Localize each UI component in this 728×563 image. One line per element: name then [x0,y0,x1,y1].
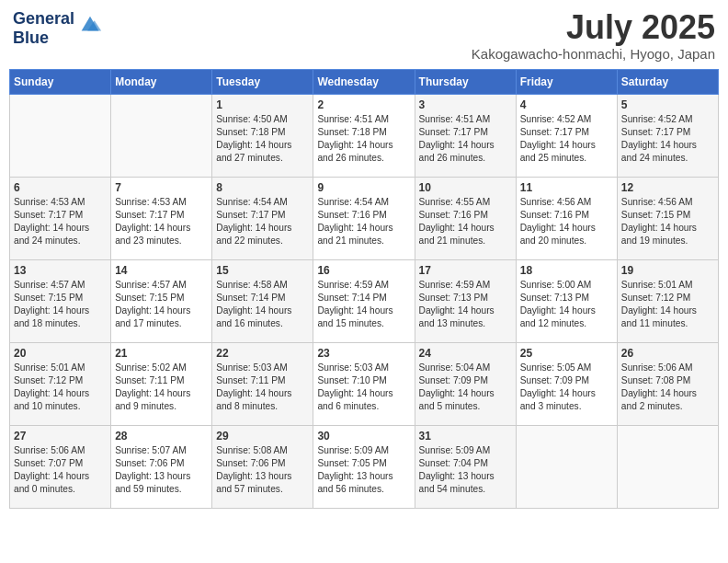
calendar-cell: 25Sunrise: 5:05 AM Sunset: 7:09 PM Dayli… [516,342,617,425]
calendar-cell [111,94,212,177]
calendar-body: 1Sunrise: 4:50 AM Sunset: 7:18 PM Daylig… [10,94,719,508]
day-number: 1 [216,98,309,111]
month-title: July 2025 [472,9,715,46]
weekday-header-friday: Friday [516,69,617,94]
calendar-week-3: 13Sunrise: 4:57 AM Sunset: 7:15 PM Dayli… [10,259,719,342]
calendar-cell: 21Sunrise: 5:02 AM Sunset: 7:11 PM Dayli… [111,342,212,425]
calendar-cell: 31Sunrise: 5:09 AM Sunset: 7:04 PM Dayli… [415,425,516,508]
day-content: Sunrise: 5:07 AM Sunset: 7:06 PM Dayligh… [115,444,208,497]
day-number: 16 [317,264,410,277]
weekday-header-wednesday: Wednesday [313,69,415,94]
title-block: July 2025 Kakogawacho-honmachi, Hyogo, J… [472,9,715,62]
day-number: 30 [317,430,410,442]
day-number: 10 [419,181,512,194]
day-number: 14 [115,264,208,277]
day-content: Sunrise: 4:59 AM Sunset: 7:14 PM Dayligh… [317,279,410,331]
day-content: Sunrise: 4:53 AM Sunset: 7:17 PM Dayligh… [14,196,107,248]
day-number: 9 [317,181,410,194]
calendar-week-1: 1Sunrise: 4:50 AM Sunset: 7:18 PM Daylig… [10,94,719,177]
weekday-header-saturday: Saturday [617,69,718,94]
weekday-header-tuesday: Tuesday [212,69,313,94]
calendar-cell: 13Sunrise: 4:57 AM Sunset: 7:15 PM Dayli… [10,259,111,342]
calendar-week-5: 27Sunrise: 5:06 AM Sunset: 7:07 PM Dayli… [10,425,719,508]
day-content: Sunrise: 4:50 AM Sunset: 7:18 PM Dayligh… [216,113,309,166]
day-content: Sunrise: 4:51 AM Sunset: 7:18 PM Dayligh… [317,113,410,166]
day-number: 26 [621,347,714,360]
calendar-cell [617,425,718,508]
day-content: Sunrise: 5:06 AM Sunset: 7:08 PM Dayligh… [621,362,714,414]
calendar-cell: 16Sunrise: 4:59 AM Sunset: 7:14 PM Dayli… [313,259,415,342]
day-content: Sunrise: 5:04 AM Sunset: 7:09 PM Dayligh… [419,362,512,414]
page-header: General Blue July 2025 Kakogawacho-honma… [9,9,719,62]
day-number: 15 [216,264,309,277]
day-content: Sunrise: 4:52 AM Sunset: 7:17 PM Dayligh… [621,113,714,166]
day-content: Sunrise: 5:03 AM Sunset: 7:11 PM Dayligh… [216,362,309,414]
calendar-table: SundayMondayTuesdayWednesdayThursdayFrid… [9,69,719,509]
calendar-header-row: SundayMondayTuesdayWednesdayThursdayFrid… [10,69,719,94]
day-content: Sunrise: 4:53 AM Sunset: 7:17 PM Dayligh… [115,196,208,248]
day-content: Sunrise: 5:08 AM Sunset: 7:06 PM Dayligh… [216,444,309,497]
day-number: 22 [216,347,309,360]
weekday-header-monday: Monday [111,69,212,94]
calendar-cell: 5Sunrise: 4:52 AM Sunset: 7:17 PM Daylig… [617,94,718,177]
calendar-cell: 23Sunrise: 5:03 AM Sunset: 7:10 PM Dayli… [313,342,415,425]
day-number: 8 [216,181,309,194]
calendar-cell: 12Sunrise: 4:56 AM Sunset: 7:15 PM Dayli… [617,177,718,259]
day-number: 5 [621,98,714,111]
calendar-cell: 15Sunrise: 4:58 AM Sunset: 7:14 PM Dayli… [212,259,313,342]
calendar-cell: 10Sunrise: 4:55 AM Sunset: 7:16 PM Dayli… [415,177,516,259]
calendar-week-2: 6Sunrise: 4:53 AM Sunset: 7:17 PM Daylig… [10,177,719,259]
calendar-cell: 7Sunrise: 4:53 AM Sunset: 7:17 PM Daylig… [111,177,212,259]
day-number: 25 [520,347,613,360]
day-number: 6 [14,181,107,194]
day-content: Sunrise: 4:51 AM Sunset: 7:17 PM Dayligh… [419,113,512,166]
weekday-header-sunday: Sunday [10,69,111,94]
calendar-cell: 17Sunrise: 4:59 AM Sunset: 7:13 PM Dayli… [415,259,516,342]
day-content: Sunrise: 4:59 AM Sunset: 7:13 PM Dayligh… [419,279,512,331]
day-content: Sunrise: 4:54 AM Sunset: 7:16 PM Dayligh… [317,196,410,248]
day-content: Sunrise: 4:58 AM Sunset: 7:14 PM Dayligh… [216,279,309,331]
calendar-cell: 14Sunrise: 4:57 AM Sunset: 7:15 PM Dayli… [111,259,212,342]
day-number: 17 [419,264,512,277]
calendar-cell: 11Sunrise: 4:56 AM Sunset: 7:16 PM Dayli… [516,177,617,259]
day-number: 21 [115,347,208,360]
calendar-cell: 26Sunrise: 5:06 AM Sunset: 7:08 PM Dayli… [617,342,718,425]
day-content: Sunrise: 5:03 AM Sunset: 7:10 PM Dayligh… [317,362,410,414]
day-content: Sunrise: 5:09 AM Sunset: 7:04 PM Dayligh… [419,444,512,497]
day-content: Sunrise: 5:05 AM Sunset: 7:09 PM Dayligh… [520,362,613,414]
calendar-cell: 28Sunrise: 5:07 AM Sunset: 7:06 PM Dayli… [111,425,212,508]
day-number: 29 [216,430,309,442]
calendar-cell: 1Sunrise: 4:50 AM Sunset: 7:18 PM Daylig… [212,94,313,177]
logo: General Blue [13,9,103,47]
logo-text: General Blue [13,9,74,47]
logo-line1: General [13,9,74,28]
day-number: 11 [520,181,613,194]
calendar-cell: 8Sunrise: 4:54 AM Sunset: 7:17 PM Daylig… [212,177,313,259]
day-number: 2 [317,98,410,111]
calendar-cell: 30Sunrise: 5:09 AM Sunset: 7:05 PM Dayli… [313,425,415,508]
calendar-cell: 20Sunrise: 5:01 AM Sunset: 7:12 PM Dayli… [10,342,111,425]
day-number: 31 [419,430,512,442]
day-content: Sunrise: 5:06 AM Sunset: 7:07 PM Dayligh… [14,444,107,497]
calendar-cell: 18Sunrise: 5:00 AM Sunset: 7:13 PM Dayli… [516,259,617,342]
logo-icon [77,12,103,38]
day-content: Sunrise: 5:01 AM Sunset: 7:12 PM Dayligh… [14,362,107,414]
day-number: 18 [520,264,613,277]
day-number: 13 [14,264,107,277]
day-content: Sunrise: 4:57 AM Sunset: 7:15 PM Dayligh… [115,279,208,331]
weekday-header-thursday: Thursday [415,69,516,94]
day-number: 4 [520,98,613,111]
calendar-cell [516,425,617,508]
day-content: Sunrise: 4:56 AM Sunset: 7:15 PM Dayligh… [621,196,714,248]
logo-line2: Blue [13,29,49,47]
day-number: 27 [14,430,107,442]
calendar-week-4: 20Sunrise: 5:01 AM Sunset: 7:12 PM Dayli… [10,342,719,425]
day-content: Sunrise: 4:54 AM Sunset: 7:17 PM Dayligh… [216,196,309,248]
day-number: 28 [115,430,208,442]
day-content: Sunrise: 5:09 AM Sunset: 7:05 PM Dayligh… [317,444,410,497]
calendar-cell: 19Sunrise: 5:01 AM Sunset: 7:12 PM Dayli… [617,259,718,342]
calendar-cell: 24Sunrise: 5:04 AM Sunset: 7:09 PM Dayli… [415,342,516,425]
day-content: Sunrise: 5:02 AM Sunset: 7:11 PM Dayligh… [115,362,208,414]
day-content: Sunrise: 4:56 AM Sunset: 7:16 PM Dayligh… [520,196,613,248]
day-number: 24 [419,347,512,360]
